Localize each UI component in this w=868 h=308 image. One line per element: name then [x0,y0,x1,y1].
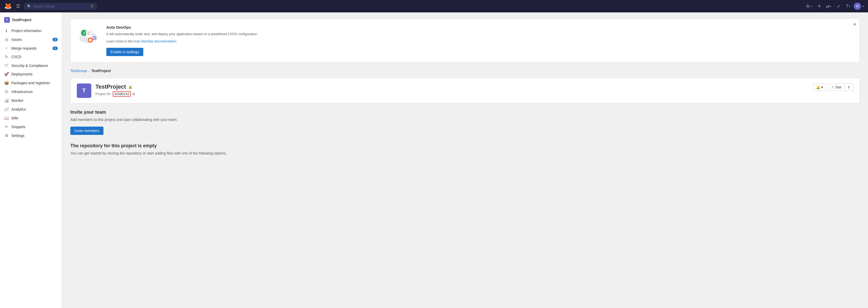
sidebar-item-deployments[interactable]: 🚀 Deployments [0,70,62,78]
svg-text:✓: ✓ [83,31,86,35]
sidebar-project-avatar: T [4,17,10,23]
star-count: 0 [845,83,853,91]
empty-repo-title: The repository for this project is empty [70,143,860,148]
merge-requests-button[interactable]: ⇄ ▾ [824,3,833,10]
enable-settings-button[interactable]: Enable in settings [106,48,143,56]
todo-button[interactable]: ✓ [835,3,842,10]
banner-title: Auto DevOps [106,25,853,30]
lock-icon: 🔒 [128,85,132,89]
merge-requests-badge: 0 [53,46,58,50]
sidebar-item-packages-registries[interactable]: 📦 Packages and registries [0,78,62,87]
slash-key-badge: / [91,4,94,8]
sidebar-item-security-compliance[interactable]: 🛡 Security & Compliance [0,61,62,70]
empty-repo-section: The repository for this project is empty… [70,143,860,156]
issues-icon: ◎ [4,37,9,42]
star-button-group: ☆ Star 0 [828,83,853,91]
nav-icon-group: ➕ ▾ ≡ ⇄ ▾ ✓ ? ▾ U ▾ [803,3,864,10]
project-id-value: 42580143 [113,91,131,97]
project-information-icon: ℹ [4,28,9,33]
issues-button[interactable]: ≡ [816,3,823,9]
sidebar-project-name: TestProject [12,18,31,22]
sidebar: T TestProject ℹ Project information ◎ Is… [0,12,62,308]
sidebar-item-issues[interactable]: ◎ Issues 0 [0,35,62,44]
sidebar-item-label: Wiki [11,116,58,120]
sidebar-item-label: Settings [11,134,58,138]
wiki-icon: 📖 [4,116,9,121]
infrastructure-icon: ⛁ [4,90,9,94]
invite-members-button[interactable]: Invite members [70,127,103,135]
sidebar-nav: ℹ Project information ◎ Issues 0 ⑂ Merge… [0,25,62,141]
user-avatar-button[interactable]: U [854,3,861,10]
sidebar-item-merge-requests[interactable]: ⑂ Merge requests 0 [0,44,62,53]
top-navigation: 🦊 ☰ 🔍 / ➕ ▾ ≡ ⇄ ▾ ✓ ? ▾ U ▾ [0,0,868,12]
breadcrumb-separator: › [89,69,90,73]
sidebar-item-label: Analytics [11,107,58,111]
analytics-icon: 📈 [4,107,9,112]
main-content: ✓ Auto DevOps It will automatically buil… [62,12,868,308]
sidebar-item-label: Security & Compliance [11,64,58,68]
invite-team-description: Add members to this project and start co… [70,117,860,123]
project-header-left: T TestProject 🔒 Project ID: 42580143 ⧉ [77,83,135,98]
sidebar-item-project-information[interactable]: ℹ Project information [0,26,62,35]
invite-team-section: Invite your team Add members to this pro… [70,109,860,135]
breadcrumb: TestGroup › TestProject [70,69,860,73]
project-info: TestProject 🔒 Project ID: 42580143 ⧉ [95,83,135,97]
search-input[interactable] [33,4,89,8]
star-button[interactable]: ☆ Star [828,83,845,91]
banner-close-button[interactable]: ✕ [853,22,856,27]
auto-devops-illustration: ✓ [77,25,100,46]
hamburger-menu-button[interactable]: ☰ [15,2,21,10]
sidebar-item-infrastructure[interactable]: ⛁ Infrastructure [0,87,62,96]
sidebar-item-settings[interactable]: ⚙ Settings [0,131,62,140]
sidebar-item-label: Monitor [11,98,58,103]
banner-content: Auto DevOps It will automatically build,… [106,25,853,56]
snippets-icon: ✂ [4,125,9,129]
project-title-row: TestProject 🔒 [95,83,135,90]
sidebar-item-label: Deployments [11,72,58,76]
svg-rect-10 [87,32,91,32]
sidebar-project-header[interactable]: T TestProject [0,14,62,25]
breadcrumb-group-link[interactable]: TestGroup [70,69,87,73]
project-id-row: Project ID: 42580143 ⧉ [95,91,135,97]
sidebar-item-label: Packages and registries [11,81,58,85]
svg-rect-9 [86,30,92,37]
svg-rect-12 [87,34,90,35]
banner-learn-more: Learn more in the Auto DevOps documentat… [106,39,853,44]
copy-id-button[interactable]: ⧉ [132,92,135,96]
svg-point-6 [94,37,95,39]
sidebar-item-label: Merge requests [11,46,50,50]
project-avatar: T [77,83,91,98]
merge-requests-icon: ⑂ [4,46,9,50]
help-button[interactable]: ? ▾ [844,3,852,9]
sidebar-item-label: Snippets [11,125,58,129]
sidebar-item-label: Infrastructure [11,90,58,94]
sidebar-item-cicd[interactable]: ↻ CI/CD [0,53,62,61]
sidebar-item-label: Project information [11,29,58,33]
sidebar-item-wiki[interactable]: 📖 Wiki [0,114,62,123]
settings-icon: ⚙ [4,133,9,138]
notification-button[interactable]: 🔔 ▾ [813,83,826,91]
project-header-section: T TestProject 🔒 Project ID: 42580143 ⧉ [70,78,860,103]
auto-devops-banner: ✓ Auto DevOps It will automatically buil… [70,19,860,63]
svg-point-4 [89,39,92,41]
issues-badge: 0 [53,38,58,41]
project-name: TestProject [95,83,126,90]
project-header-top: T TestProject 🔒 Project ID: 42580143 ⧉ [77,83,853,98]
breadcrumb-project: TestProject [91,69,111,73]
sidebar-item-analytics[interactable]: 📈 Analytics [0,105,62,114]
sidebar-item-monitor[interactable]: 📊 Monitor [0,96,62,105]
packages-icon: 📦 [4,80,9,85]
security-icon: 🛡 [4,63,9,68]
sidebar-item-snippets[interactable]: ✂ Snippets [0,123,62,131]
project-actions: 🔔 ▾ ☆ Star 0 [813,83,853,91]
search-bar[interactable]: 🔍 / [24,3,97,9]
search-icon: 🔍 [27,4,31,8]
gitlab-logo-icon[interactable]: 🦊 [4,3,12,10]
invite-team-title: Invite your team [70,109,860,115]
empty-repo-description: You can get started by cloning the repos… [70,151,860,156]
auto-devops-docs-link[interactable]: Auto DevOps documentation [133,39,176,43]
plus-menu-button[interactable]: ➕ ▾ [803,3,814,10]
user-menu-chevron: ▾ [863,5,864,8]
cicd-icon: ↻ [4,55,9,59]
banner-description: It will automatically build, test, and d… [106,32,853,37]
